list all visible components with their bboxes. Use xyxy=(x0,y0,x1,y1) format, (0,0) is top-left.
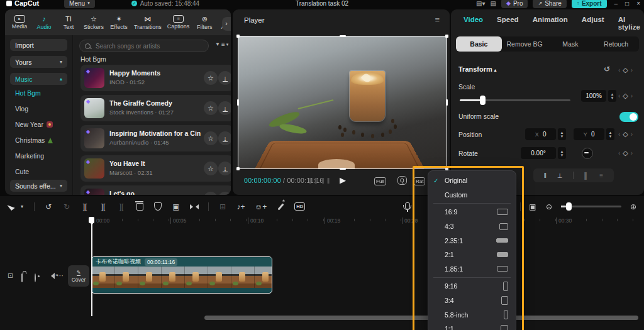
zoom-in-icon[interactable]: ⊕ xyxy=(629,201,638,212)
position-x-stepper[interactable]: ▲▼ xyxy=(558,128,566,140)
curve-icon[interactable]: ⊥ xyxy=(557,172,563,179)
playhead-handle[interactable] xyxy=(89,217,94,223)
trim-left-icon[interactable]: ][ xyxy=(99,201,108,212)
transform-section-label[interactable]: Transform ▴ xyxy=(458,65,496,73)
download-button[interactable]: ↓ xyxy=(218,162,231,175)
playhead[interactable] xyxy=(91,217,92,316)
slider-handle[interactable] xyxy=(566,202,572,211)
rotate-knob[interactable] xyxy=(582,148,593,159)
download-button[interactable]: ↓ xyxy=(218,131,231,145)
toolbar-expand-button[interactable]: › xyxy=(222,17,231,31)
import-button[interactable]: Import xyxy=(10,39,67,51)
category-christmas[interactable]: Christmas xyxy=(15,136,53,144)
extract-frame-icon[interactable]: ⊞ xyxy=(218,201,227,212)
list-icon[interactable]: ≡ xyxy=(599,172,603,179)
keyframe-controls[interactable]: ‹◇› xyxy=(618,130,633,138)
tab-video[interactable]: Video xyxy=(464,16,483,31)
subtab-basic[interactable]: Basic xyxy=(456,36,502,52)
maximize-button[interactable]: □ xyxy=(625,0,629,7)
freeze-icon[interactable] xyxy=(153,201,162,212)
hd-icon[interactable]: HD xyxy=(294,201,305,212)
toolbar-item-filters[interactable]: ⊚Filters xyxy=(195,15,214,30)
video-viewport[interactable] xyxy=(238,36,447,169)
uniform-scale-toggle[interactable] xyxy=(619,112,638,122)
download-button[interactable]: ↓ xyxy=(218,192,231,195)
pro-button[interactable]: ◆Pro xyxy=(501,0,528,8)
ratio-2-1[interactable]: 2:1 xyxy=(428,248,516,262)
rotate-stepper[interactable]: ▲▼ xyxy=(558,147,566,159)
next-frame-icon[interactable]: ❚❚ xyxy=(321,177,331,184)
play-button[interactable]: ▶ xyxy=(340,175,346,185)
minimize-button[interactable]: – xyxy=(614,0,618,7)
subtab-retouch[interactable]: Retouch xyxy=(593,36,639,52)
tab-ai-stylize[interactable]: AI stylize xyxy=(618,16,644,31)
mirror-icon[interactable] xyxy=(190,201,199,212)
toolbar-item-stickers[interactable]: ☆Stickers xyxy=(84,15,104,30)
subtab-remove-bg[interactable]: Remove BG xyxy=(502,36,548,52)
preview-quality-button[interactable]: Q xyxy=(397,176,407,185)
download-button[interactable]: ↓ xyxy=(218,101,231,115)
record-voiceover-icon[interactable] xyxy=(403,201,412,212)
ratio-9-16[interactable]: 9:16 xyxy=(428,279,516,294)
ratio-5-8-inch[interactable]: 5.8-inch xyxy=(428,307,516,322)
song-lets-go[interactable]: Let's go ☆ ↓ xyxy=(80,185,231,195)
slider-handle[interactable] xyxy=(480,96,486,105)
tab-animation[interactable]: Animation xyxy=(533,16,568,31)
category-cute[interactable]: Cute xyxy=(15,168,29,175)
keyframe-controls[interactable]: ‹◇› xyxy=(618,92,633,100)
tab-adjust[interactable]: Adjust xyxy=(582,16,604,31)
search-box[interactable] xyxy=(79,40,209,52)
search-input[interactable] xyxy=(94,42,191,50)
prev-frame-icon[interactable]: ❚❚ xyxy=(308,177,319,184)
category-new-year[interactable]: New Year xyxy=(15,121,53,128)
ratio-16-9[interactable]: 16:9 xyxy=(428,205,516,219)
favorite-star-button[interactable]: ☆ xyxy=(204,101,218,115)
share-button[interactable]: ↗Share xyxy=(533,0,566,8)
keyframe-controls[interactable]: ‹◇› xyxy=(618,149,633,157)
edit-cover-button[interactable]: ✎ Cover xyxy=(68,265,89,287)
horizontal-scrollbar[interactable] xyxy=(204,316,638,320)
rotate-value-field[interactable]: 0.00° xyxy=(521,147,556,159)
position-y-field[interactable]: Y0 xyxy=(574,128,604,140)
layout-icon[interactable]: ▤▾ xyxy=(476,0,485,7)
sound-effects-dropdown[interactable]: Sounds effe...▾ xyxy=(10,180,67,192)
music-dropdown[interactable]: Music▴ xyxy=(10,73,67,85)
timeline-ruler[interactable]: 00:0000:0500:1000:1500:2000:30 xyxy=(0,217,644,226)
video-clip[interactable]: 卡布奇诺咖啡视频 00:00:11:16 xyxy=(91,256,272,294)
player-menu-icon[interactable]: ≡ xyxy=(435,15,440,25)
toolbar-item-effects[interactable]: ✶Effects xyxy=(109,15,128,30)
category-hot-bgm[interactable]: Hot Bgm xyxy=(15,89,41,97)
select-caret-icon[interactable]: ▾ xyxy=(19,201,25,212)
mute-track-icon[interactable]: ▌ xyxy=(584,172,589,179)
notes-icon[interactable]: ▤ xyxy=(491,0,496,7)
fullscreen-button[interactable]: Full xyxy=(374,177,386,185)
toolbar-item-audio[interactable]: ♪Audio xyxy=(35,15,53,30)
position-x-field[interactable]: X0 xyxy=(525,128,556,140)
category-vlog[interactable]: Vlog xyxy=(15,105,28,113)
eye-icon[interactable] xyxy=(35,273,36,282)
ratio-3-4[interactable]: 3:4 xyxy=(428,294,516,308)
category-marketing[interactable]: Marketing xyxy=(15,152,44,160)
ratio-custom[interactable]: Custom xyxy=(428,188,516,202)
toolbar-item-media[interactable]: ▸Media xyxy=(10,15,29,30)
filter-button[interactable]: ▼≡▾ xyxy=(215,41,228,48)
scale-value[interactable]: 100% xyxy=(581,90,606,102)
ratio-1-1[interactable]: 1:1 xyxy=(428,322,516,330)
song-giraffe-comedy[interactable]: The Giraffe Comedy Stock Inventions · 01… xyxy=(80,95,231,121)
song-you-have-it[interactable]: You Have It Marscott · 02:31 ☆ ↓ xyxy=(80,155,231,182)
ratio-button[interactable]: Rat xyxy=(414,177,425,185)
replace-icon[interactable]: ▣ xyxy=(172,201,180,212)
favorite-star-button[interactable]: ☆ xyxy=(204,131,218,145)
select-tool-icon[interactable] xyxy=(6,201,15,212)
toolbar-item-transitions[interactable]: ⋈Transitions xyxy=(134,15,162,30)
favorite-star-button[interactable]: ☆ xyxy=(204,192,218,195)
extract-audio-icon[interactable]: ♪+ xyxy=(236,201,245,212)
timeline-zoom-slider[interactable] xyxy=(561,206,621,207)
zoom-out-icon[interactable]: ⊖ xyxy=(545,201,553,212)
toolbar-item-captions[interactable]: ≡Captions xyxy=(167,15,190,30)
split-icon[interactable]: ][ xyxy=(80,201,89,212)
tab-speed[interactable]: Speed xyxy=(497,16,519,31)
favorite-star-button[interactable]: ☆ xyxy=(204,71,218,85)
magic-wand-icon[interactable] xyxy=(276,201,285,212)
add-sticker-icon[interactable]: ☺+ xyxy=(255,201,267,212)
